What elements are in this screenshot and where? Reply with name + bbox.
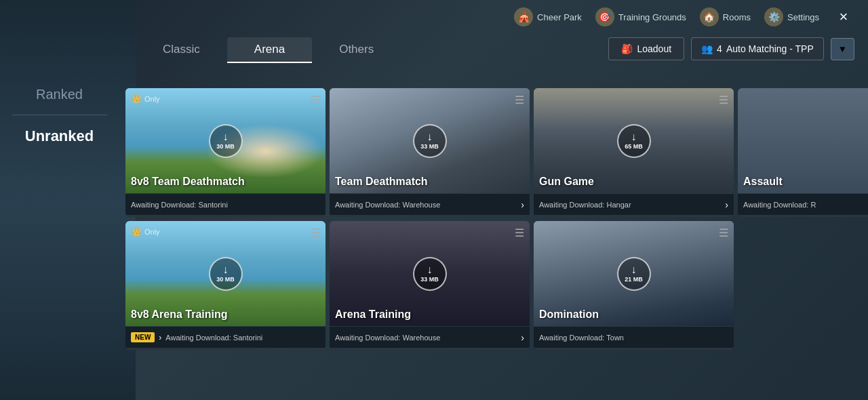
matching-mode-label: Auto Matching - TPP (726, 43, 814, 54)
card-footer-arrow-3: › (725, 199, 728, 210)
card-menu-icon-5[interactable]: ☰ (311, 226, 320, 239)
matching-dropdown-button[interactable]: ▼ (831, 38, 854, 60)
card-image-8v8-team-deathmatch: 👑 Only ☰ ↓ 30 MB 8v8 Team Deathmatch (125, 88, 326, 193)
card-menu-icon-6[interactable]: ☰ (515, 226, 524, 239)
sidebar-divider (12, 115, 107, 115)
only-tag-5: 👑 Only (131, 226, 160, 237)
settings-nav[interactable]: ⚙️ Settings (764, 7, 819, 26)
download-size-3: 65 MB (625, 143, 643, 150)
download-arrow-icon-2: ↓ (427, 132, 433, 142)
download-circle-1: ↓ 30 MB (209, 124, 243, 158)
download-size-5: 30 MB (216, 276, 235, 283)
download-circle-7: ↓ 21 MB (617, 257, 651, 291)
card-footer-text-1: Awaiting Download: Santorini (131, 201, 228, 209)
top-navigation: 🎪 Cheer Park 🎯 Training Grounds 🏠 Rooms … (0, 0, 868, 34)
card-8v8-team-deathmatch[interactable]: 👑 Only ☰ ↓ 30 MB 8v8 Team Deathmatch Awa… (125, 88, 326, 217)
card-footer-3: Awaiting Download: Hangar › (534, 193, 734, 215)
loadout-icon: 🎒 (621, 43, 633, 54)
new-arrow-5: › (159, 333, 161, 342)
download-size-6: 33 MB (420, 276, 439, 283)
card-menu-icon-3[interactable]: ☰ (719, 94, 728, 106)
card-arena-training[interactable]: ☰ ↓ 33 MB Arena Training Awaiting Downlo… (330, 221, 530, 350)
player-count: 4 (717, 43, 722, 54)
download-size-7: 21 MB (625, 276, 643, 283)
card-footer-text-2: Awaiting Download: Warehouse (335, 201, 440, 209)
card-image-team-deathmatch: ☰ ↓ 33 MB Team Deathmatch (330, 88, 530, 193)
rooms-label: Rooms (723, 12, 751, 22)
main-content: 👑 Only ☰ ↓ 30 MB 8v8 Team Deathmatch Awa… (122, 85, 868, 393)
download-circle-6: ↓ 33 MB (413, 257, 447, 291)
sidebar-item-unranked[interactable]: Unranked (20, 122, 99, 151)
players-icon: 👥 (701, 43, 713, 54)
card-title-4: Assault (743, 176, 783, 188)
cheer-park-label: Cheer Park (537, 12, 582, 22)
tab-classic[interactable]: Classic (136, 37, 227, 63)
card-title-1: 8v8 Team Deathmatch (131, 176, 245, 188)
card-title-2: Team Deathmatch (335, 176, 428, 188)
download-arrow-icon-1: ↓ (223, 132, 229, 142)
training-grounds-icon: 🎯 (595, 7, 614, 26)
card-gun-game[interactable]: ☰ ↓ 65 MB Gun Game Awaiting Download: Ha… (534, 88, 734, 217)
right-toolbar: 🎒 Loadout 👥 4 Auto Matching - TPP ▼ (608, 37, 854, 60)
card-menu-icon-1[interactable]: ☰ (311, 94, 320, 106)
card-title-7: Domination (539, 308, 599, 321)
only-tag-1: 👑 Only (131, 94, 160, 104)
card-footer-1: Awaiting Download: Santorini (125, 193, 326, 215)
cheer-park-icon: 🎪 (514, 7, 533, 26)
cheer-park-nav[interactable]: 🎪 Cheer Park (514, 7, 582, 26)
download-arrow-icon-7: ↓ (631, 264, 637, 275)
tab-others[interactable]: Others (312, 37, 401, 63)
card-image-assault: ☰ Assault (738, 88, 868, 193)
download-circle-5: ↓ 30 MB (209, 257, 243, 291)
card-title-5: 8v8 Arena Training (131, 308, 228, 321)
loadout-button[interactable]: 🎒 Loadout (608, 37, 684, 60)
card-footer-7: Awaiting Download: Town (534, 326, 734, 348)
download-size-1: 30 MB (216, 143, 235, 150)
dropdown-arrow-icon: ▼ (838, 44, 847, 54)
card-team-deathmatch[interactable]: ☰ ↓ 33 MB Team Deathmatch Awaiting Downl… (330, 88, 530, 217)
download-circle-3: ↓ 65 MB (617, 124, 651, 158)
card-menu-icon-7[interactable]: ☰ (719, 226, 728, 239)
card-image-8v8-arena-training: 👑 Only ☰ ↓ 30 MB 8v8 Arena Training (125, 221, 326, 326)
card-image-arena-training: ☰ ↓ 33 MB Arena Training (330, 221, 530, 326)
download-circle-2: ↓ 33 MB (413, 124, 447, 158)
card-image-gun-game: ☰ ↓ 65 MB Gun Game (534, 88, 734, 193)
auto-matching-button[interactable]: 👥 4 Auto Matching - TPP (691, 37, 824, 60)
sidebar-item-ranked[interactable]: Ranked (31, 81, 88, 108)
left-sidebar: Ranked Unranked (0, 81, 119, 151)
training-grounds-nav[interactable]: 🎯 Training Grounds (595, 7, 686, 26)
card-footer-text-6: Awaiting Download: Warehouse (335, 334, 440, 342)
card-footer-arrow-6: › (521, 332, 524, 343)
rooms-icon: 🏠 (700, 7, 719, 26)
download-size-2: 33 MB (420, 143, 439, 150)
card-footer-text-7: Awaiting Download: Town (539, 334, 624, 342)
card-assault[interactable]: ☰ Assault Awaiting Download: R (738, 88, 868, 217)
training-grounds-label: Training Grounds (618, 12, 686, 22)
card-footer-5: NEW › Awaiting Download: Santorini (125, 326, 326, 348)
card-footer-4: Awaiting Download: R (738, 193, 868, 215)
settings-label: Settings (787, 12, 819, 22)
card-footer-2: Awaiting Download: Warehouse › (330, 193, 530, 215)
only-icon-5: 👑 (131, 226, 142, 237)
card-footer-text-3: Awaiting Download: Hangar (539, 201, 631, 209)
card-footer-arrow-2: › (521, 199, 524, 210)
card-8v8-arena-training[interactable]: 👑 Only ☰ ↓ 30 MB 8v8 Arena Training NEW … (125, 221, 326, 350)
card-footer-text-5: Awaiting Download: Santorini (165, 334, 262, 342)
new-badge-5: NEW (131, 332, 155, 342)
rooms-nav[interactable]: 🏠 Rooms (700, 7, 751, 26)
download-arrow-icon-5: ↓ (223, 264, 229, 275)
download-arrow-icon-6: ↓ (427, 264, 433, 275)
cards-grid: 👑 Only ☰ ↓ 30 MB 8v8 Team Deathmatch Awa… (122, 85, 868, 353)
card-image-domination: ☰ ↓ 21 MB Domination (534, 221, 734, 326)
loadout-label: Loadout (637, 43, 671, 54)
card-title-3: Gun Game (539, 176, 594, 188)
close-button[interactable]: × (833, 6, 854, 28)
tabs-container: Classic Arena Others (136, 37, 401, 63)
tab-arena[interactable]: Arena (227, 37, 312, 63)
card-domination[interactable]: ☰ ↓ 21 MB Domination Awaiting Download: … (534, 221, 734, 350)
left-background (0, 0, 136, 400)
settings-icon: ⚙️ (764, 7, 783, 26)
card-title-6: Arena Training (335, 308, 411, 321)
card-footer-text-4: Awaiting Download: R (743, 201, 816, 209)
card-menu-icon-2[interactable]: ☰ (515, 94, 524, 106)
